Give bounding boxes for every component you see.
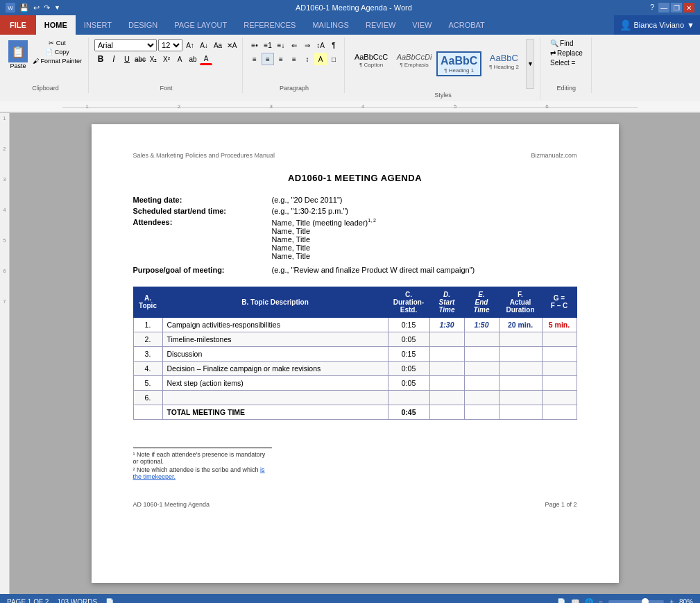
header-right: Bizmanualz.com xyxy=(531,152,577,159)
status-left: PAGE 1 OF 2 103 WORDS 📄 xyxy=(7,598,114,604)
replace-button[interactable]: ⇄ Replace xyxy=(546,49,587,58)
table-row: 3. Discussion 0:15 xyxy=(133,346,577,361)
clipboard-label: Clipboard xyxy=(3,85,88,92)
more-btn[interactable]: ▼ xyxy=(54,4,60,11)
justify-btn[interactable]: ≡ xyxy=(288,53,300,65)
show-marks-btn[interactable]: ¶ xyxy=(327,39,340,51)
style-caption[interactable]: AaBbCcC ¶ Caption xyxy=(350,51,392,69)
grow-font-btn[interactable]: A↑ xyxy=(184,39,196,51)
multilevel-btn[interactable]: ≡↓ xyxy=(275,39,287,51)
zoom-minus-btn[interactable]: − xyxy=(599,598,603,604)
tab-file[interactable]: FILE xyxy=(0,15,36,35)
user-dropdown[interactable]: ▼ xyxy=(687,21,694,29)
text-effects-btn[interactable]: A xyxy=(173,53,186,65)
cut-button[interactable]: ✂ Cut xyxy=(31,39,84,47)
user-icon: 👤 xyxy=(620,19,631,31)
style-heading1[interactable]: AaBbC ¶ Heading 1 xyxy=(436,51,481,76)
styles-scroll-btn[interactable]: ▼ xyxy=(526,39,534,89)
row1-start: 1:30 xyxy=(429,317,464,332)
style-emphasis[interactable]: AaBbCcDi ¶ Emphasis xyxy=(393,51,435,69)
document-area[interactable]: Sales & Marketing Policies and Procedure… xyxy=(10,113,700,594)
purpose-label: Purpose/goal of meeting: xyxy=(133,266,272,274)
document-page: Sales & Marketing Policies and Procedure… xyxy=(92,124,619,583)
superscript-btn[interactable]: X² xyxy=(160,53,173,65)
format-painter-button[interactable]: 🖌 Format Painter xyxy=(31,57,84,65)
attendees-row: Attendees: Name, Title (meeting leader)1… xyxy=(133,218,577,263)
copy-button[interactable]: 📄 Copy xyxy=(31,48,84,56)
row3-actual xyxy=(499,346,542,361)
ribbon: FILE HOME INSERT DESIGN PAGE LAYOUT REFE… xyxy=(0,15,700,113)
select-button[interactable]: Select = xyxy=(546,58,587,67)
clear-format-btn[interactable]: ✕A xyxy=(225,39,238,51)
change-case-btn[interactable]: Aa xyxy=(212,39,224,51)
shading-btn[interactable]: A xyxy=(314,53,327,65)
tab-references[interactable]: REFERENCES xyxy=(235,15,304,35)
row3-desc: Discussion xyxy=(162,346,388,361)
restore-btn[interactable]: ❐ xyxy=(671,3,682,12)
agenda-table: A.Topic B. Topic Description C.Duration-… xyxy=(133,287,577,420)
tab-design[interactable]: DESIGN xyxy=(120,15,166,35)
row4-end xyxy=(464,361,499,375)
close-btn[interactable]: ✕ xyxy=(683,3,694,12)
help-btn[interactable]: ? xyxy=(647,3,657,12)
zoom-level[interactable]: 80% xyxy=(679,598,693,604)
font-color-btn[interactable]: A xyxy=(200,53,212,65)
zoom-slider[interactable] xyxy=(608,600,664,603)
row1-desc: Campaign activities-responsibilities xyxy=(162,317,388,332)
paste-button[interactable]: 📋 Paste xyxy=(7,39,29,71)
strikethrough-btn[interactable]: abc xyxy=(134,53,146,65)
tab-home[interactable]: HOME xyxy=(36,15,76,35)
undo-btn[interactable]: ↩ xyxy=(33,3,40,12)
row4-actual xyxy=(499,361,542,375)
numbering-btn[interactable]: ≡1 xyxy=(262,39,274,51)
find-button[interactable]: 🔍 Find xyxy=(546,39,587,48)
line-spacing-btn[interactable]: ↕ xyxy=(301,53,314,65)
col-b-header: B. Topic Description xyxy=(162,287,388,317)
row2-diff xyxy=(542,332,577,346)
doc-check-icon[interactable]: 📄 xyxy=(105,598,114,604)
tab-review[interactable]: REVIEW xyxy=(357,15,404,35)
user-area: 👤 Bianca Viviano ▼ xyxy=(614,15,700,35)
heading2-label: ¶ Heading 2 xyxy=(489,64,519,70)
bullets-btn[interactable]: ≡• xyxy=(248,39,261,51)
underline-btn[interactable]: U xyxy=(121,53,133,65)
align-right-btn[interactable]: ≡ xyxy=(275,53,287,65)
row4-num: 4. xyxy=(133,361,162,375)
increase-indent-btn[interactable]: ⇒ xyxy=(301,39,314,51)
user-name: Bianca Viviano xyxy=(634,21,685,29)
text-highlight-btn[interactable]: ab xyxy=(187,53,199,65)
view-web-btn[interactable]: 🌐 xyxy=(585,598,593,604)
view-layout-btn[interactable]: 📄 xyxy=(557,598,565,604)
border-btn[interactable]: □ xyxy=(327,53,340,65)
decrease-indent-btn[interactable]: ⇐ xyxy=(288,39,300,51)
attendee-4: Name, Title xyxy=(272,244,577,252)
zoom-plus-btn[interactable]: + xyxy=(669,598,674,604)
minimize-btn[interactable]: — xyxy=(658,3,669,12)
italic-btn[interactable]: I xyxy=(108,53,120,65)
vertical-ruler: 1 2 3 4 5 6 7 xyxy=(0,113,10,594)
align-center-btn[interactable]: ≡ xyxy=(262,53,274,65)
table-row: 4. Decision – Finalize campaign or make … xyxy=(133,361,577,375)
font-name-select[interactable]: Arial xyxy=(94,39,157,51)
tab-insert[interactable]: INSERT xyxy=(76,15,120,35)
caption-label: ¶ Caption xyxy=(359,62,383,68)
window-controls: ? — ❐ ✕ xyxy=(647,3,694,12)
row1-diff: 5 min. xyxy=(542,317,577,332)
tab-view[interactable]: VIEW xyxy=(404,15,440,35)
shrink-font-btn[interactable]: A↓ xyxy=(198,39,210,51)
sort-btn[interactable]: ↕A xyxy=(314,39,327,51)
save-btn[interactable]: 💾 xyxy=(19,3,29,12)
tab-acrobat[interactable]: ACROBAT xyxy=(440,15,493,35)
tab-page-layout[interactable]: PAGE LAYOUT xyxy=(166,15,235,35)
font-size-select[interactable]: 12 xyxy=(158,39,182,51)
align-left-btn[interactable]: ≡ xyxy=(248,53,261,65)
subscript-btn[interactable]: X₂ xyxy=(147,53,160,65)
style-heading2[interactable]: AaBbC ¶ Heading 2 xyxy=(483,51,524,71)
bold-btn[interactable]: B xyxy=(94,53,107,65)
para-bottom-row: ≡ ≡ ≡ ≡ ↕ A □ xyxy=(248,53,340,65)
tab-mailings[interactable]: MAILINGS xyxy=(304,15,357,35)
redo-btn[interactable]: ↷ xyxy=(44,3,50,12)
view-read-btn[interactable]: 📖 xyxy=(571,598,579,604)
heading1-preview: AaBbC xyxy=(441,54,477,67)
main-area: 1 2 3 4 5 6 7 Sales & Marketing Policies… xyxy=(0,113,700,594)
